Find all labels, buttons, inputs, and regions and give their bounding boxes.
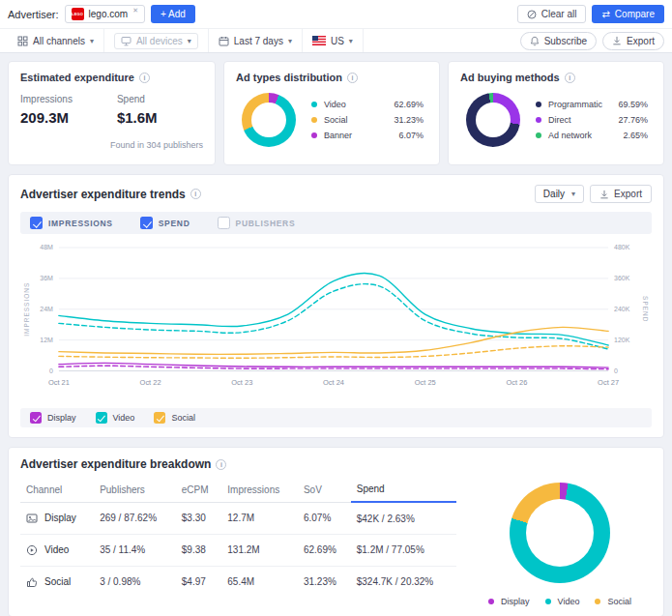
ad-buying-title: Ad buying methods	[460, 72, 560, 83]
interval-select[interactable]: Daily ▾	[535, 185, 584, 203]
export-label: Export	[627, 36, 655, 46]
advertiser-chip[interactable]: LEGO lego.com ✕	[65, 5, 145, 23]
summary-cards-row: Estimated expenditure i Impressions 209.…	[8, 61, 664, 165]
social-legend-toggle[interactable]: Social	[154, 412, 195, 424]
ecpm-cell: $9.38	[176, 534, 221, 566]
display-checkbox-icon	[30, 412, 42, 424]
interval-value: Daily	[543, 189, 565, 199]
checkbox-icon	[30, 217, 43, 229]
estimated-expenditure-title: Estimated expenditure	[20, 72, 134, 83]
clear-all-button[interactable]: Clear all	[517, 5, 587, 23]
expenditure-trends-panel: Advertiser expenditure trends i Daily ▾ …	[8, 174, 664, 438]
column-header-channel[interactable]: Channel	[20, 477, 94, 502]
trends-export-label: Export	[614, 189, 642, 199]
legend-label: Video	[324, 100, 346, 109]
legend-item: Video 62.69%	[311, 100, 424, 109]
download-icon	[612, 36, 622, 45]
legend-value: 69.59%	[618, 100, 648, 109]
table-row[interactable]: Display 269 / 87.62% $3.30 12.7M 6.07% $…	[20, 502, 456, 534]
programmatic-bullet-icon	[536, 102, 541, 107]
advertiser-chip-label: lego.com	[89, 9, 129, 19]
impressions-toggle[interactable]: IMPRESSIONS	[30, 217, 113, 229]
topbar: Advertiser: LEGO lego.com ✕ + Add Clear …	[0, 0, 672, 28]
trends-export-button[interactable]: Export	[590, 185, 652, 203]
table-header-row: Channel Publishers eCPM Impressions SoV …	[20, 477, 456, 502]
country-dropdown[interactable]: US ▾	[303, 29, 364, 52]
info-icon[interactable]: i	[347, 73, 358, 83]
devices-label: All devices	[136, 36, 183, 46]
legend-label: Direct	[548, 115, 571, 125]
spend-label: Spend	[117, 94, 158, 104]
legend-item: Banner 6.07%	[311, 131, 424, 140]
dashboard-content: Estimated expenditure i Impressions 209.…	[0, 53, 672, 616]
channel-name: Display	[44, 513, 76, 523]
publishers-footnote: Found in 304 publishers	[20, 140, 203, 150]
sov-cell: 31.23%	[298, 566, 351, 598]
column-header-impressions[interactable]: Impressions	[221, 477, 298, 502]
column-header-spend[interactable]: Spend	[351, 477, 456, 502]
video-legend-toggle[interactable]: Video	[96, 412, 135, 424]
ad-types-donut-chart	[242, 93, 296, 147]
ad-network-bullet-icon	[536, 132, 541, 138]
channel-name: Social	[44, 576, 71, 587]
video-bullet-icon	[545, 599, 551, 604]
legend-value: 6.07%	[398, 131, 424, 140]
devices-dropdown[interactable]: All devices ▾	[104, 29, 209, 52]
legend-item: Video	[545, 597, 580, 606]
svg-text:Oct 22: Oct 22	[140, 378, 161, 387]
column-header-publishers[interactable]: Publishers	[94, 477, 176, 502]
info-icon[interactable]: i	[216, 459, 226, 470]
date-range-dropdown[interactable]: Last 7 days ▾	[209, 29, 303, 52]
column-header-ecpm[interactable]: eCPM	[176, 477, 221, 502]
direct-bullet-icon	[536, 117, 541, 123]
filterbar: All channels ▾ All devices ▾ Last 7 days…	[0, 28, 672, 53]
spend-toggle[interactable]: SPEND	[140, 217, 190, 229]
toggle-label: SPEND	[159, 219, 190, 228]
subscribe-button[interactable]: Subscribe	[520, 32, 597, 50]
legend-label: Display	[501, 597, 530, 606]
svg-text:120K: 120K	[614, 337, 630, 343]
breakdown-chart-area: Display Video Social	[468, 477, 652, 606]
ecpm-cell: $4.97	[176, 566, 221, 598]
svg-text:240K: 240K	[614, 306, 630, 312]
date-range-label: Last 7 days	[234, 36, 283, 46]
display-channel-icon	[26, 513, 38, 524]
legend-value: 31.23%	[394, 115, 424, 125]
chevron-down-icon: ▾	[571, 190, 575, 198]
channels-dropdown[interactable]: All channels ▾	[8, 29, 104, 52]
spend-cell: $42K / 2.63%	[351, 502, 456, 534]
impressions-label: Impressions	[20, 94, 73, 104]
svg-text:480K: 480K	[614, 244, 630, 250]
legend-value: 2.65%	[623, 131, 648, 140]
export-button[interactable]: Export	[602, 32, 664, 50]
info-icon[interactable]: i	[139, 73, 150, 83]
social-channel-icon	[26, 576, 38, 588]
info-icon[interactable]: i	[190, 189, 201, 199]
svg-text:Oct 25: Oct 25	[415, 378, 436, 387]
chevron-down-icon: ▾	[188, 37, 191, 45]
video-channel-icon	[26, 544, 38, 556]
display-legend-toggle[interactable]: Display	[30, 412, 76, 424]
legend-label: Banner	[324, 131, 352, 140]
svg-text:48M: 48M	[40, 244, 53, 250]
banner-bullet-icon	[311, 132, 317, 138]
expenditure-breakdown-panel: Advertiser expenditure breakdown i Chann…	[8, 447, 664, 616]
devices-icon	[121, 36, 131, 46]
remove-advertiser-icon[interactable]: ✕	[132, 7, 138, 15]
legend-value: 62.69%	[394, 100, 424, 109]
compare-icon: ⇄	[601, 10, 609, 19]
chevron-down-icon: ▾	[90, 37, 94, 45]
ad-types-title: Ad types distribution	[236, 72, 342, 83]
toggle-label: PUBLISHERS	[236, 219, 296, 228]
table-row[interactable]: Video 35 / 11.4% $9.38 131.2M 62.69% $1.…	[20, 534, 456, 566]
us-flag-icon	[312, 36, 326, 45]
svg-text:0: 0	[49, 367, 53, 374]
info-icon[interactable]: i	[565, 73, 575, 83]
publishers-cell: 3 / 0.98%	[94, 566, 176, 598]
publishers-toggle[interactable]: PUBLISHERS	[218, 217, 296, 229]
svg-text:Oct 27: Oct 27	[598, 378, 619, 387]
add-advertiser-button[interactable]: + Add	[151, 5, 195, 23]
table-row[interactable]: Social 3 / 0.98% $4.97 65.4M 31.23% $324…	[20, 566, 456, 598]
compare-button[interactable]: ⇄ Compare	[592, 5, 664, 23]
column-header-sov[interactable]: SoV	[298, 477, 351, 502]
